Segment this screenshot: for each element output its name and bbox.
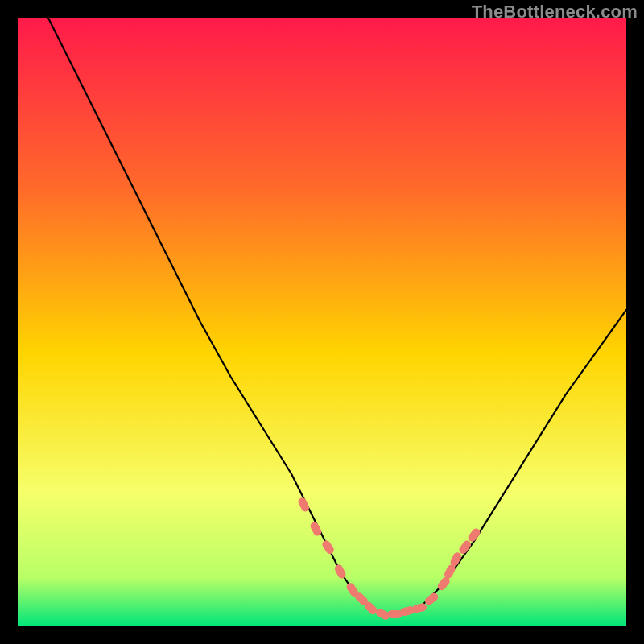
chart-frame (18, 18, 626, 626)
bottleneck-plot (18, 18, 626, 626)
watermark-text: TheBottleneck.com (472, 2, 638, 23)
